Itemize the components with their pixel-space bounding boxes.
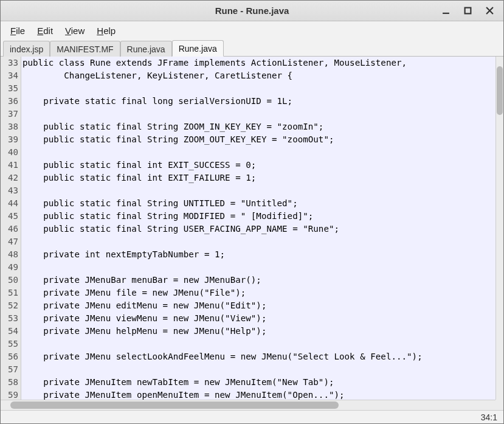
code-line[interactable]: private static final long serialVersionU…	[22, 95, 495, 108]
scroll-corner	[495, 400, 503, 410]
tab-manifest-mf[interactable]: MANIFEST.MF	[50, 41, 120, 57]
line-number: 37	[1, 108, 18, 120]
code-text[interactable]: public class Rune extends JFrame impleme…	[21, 57, 495, 400]
line-number: 51	[1, 287, 18, 299]
tab-index-jsp[interactable]: index.jsp	[3, 41, 50, 57]
code-line[interactable]: private JMenu selectLookAndFeelMenu = ne…	[22, 350, 495, 363]
line-number: 38	[1, 120, 18, 133]
tab-bar: index.jsp MANIFEST.MF Rune.java Rune.jav…	[1, 40, 503, 57]
menu-file[interactable]: File	[5, 23, 30, 38]
maximize-button[interactable]	[461, 4, 474, 18]
gutter: 3334353637383940414243444546474849505152…	[1, 57, 21, 400]
line-number: 53	[1, 312, 18, 325]
code-line[interactable]: public static final String ZOOM_IN_KEY_K…	[22, 120, 495, 133]
menu-help-rest: elp	[103, 26, 116, 36]
line-number: 39	[1, 133, 18, 146]
code-line[interactable]: ChangeListener, KeyListener, CaretListen…	[22, 69, 495, 82]
code-line[interactable]: private JMenuItem openMenuItem = new JMe…	[22, 389, 495, 400]
line-number: 49	[1, 261, 18, 274]
menu-help[interactable]: Help	[92, 23, 120, 38]
code-line[interactable]: public static final int EXIT_FAILURE = 1…	[22, 172, 495, 184]
line-number: 52	[1, 299, 18, 312]
line-number: 35	[1, 82, 18, 95]
code-line[interactable]: private JMenuItem newTabItem = new JMenu…	[22, 376, 495, 389]
code-line[interactable]	[22, 82, 495, 95]
svg-rect-1	[464, 8, 471, 14]
code-line[interactable]	[22, 363, 495, 376]
code-line[interactable]	[22, 184, 495, 197]
line-number: 55	[1, 338, 18, 350]
menu-edit-rest: dit	[43, 26, 53, 36]
line-number: 40	[1, 146, 18, 159]
code-line[interactable]	[22, 338, 495, 350]
code-line[interactable]: private int nextEmptyTabNumber = 1;	[22, 248, 495, 261]
horizontal-scroll-thumb[interactable]	[10, 401, 339, 409]
code-line[interactable]: public static final String UNTITLED = "U…	[22, 197, 495, 210]
tab-rune-java-1[interactable]: Rune.java	[120, 41, 172, 57]
line-number: 44	[1, 197, 18, 210]
editor[interactable]: 3334353637383940414243444546474849505152…	[1, 57, 495, 400]
code-line[interactable]: public static final String ZOOM_OUT_KEY_…	[22, 133, 495, 146]
vertical-scrollbar[interactable]	[495, 57, 503, 400]
line-number: 33	[1, 57, 18, 69]
code-line[interactable]	[22, 108, 495, 120]
titlebar: Rune - Rune.java	[1, 1, 503, 21]
line-number: 58	[1, 376, 18, 389]
menubar: File Edit View Help	[1, 21, 503, 40]
code-line[interactable]: public static final String MODIFIED = " …	[22, 210, 495, 223]
menu-edit[interactable]: Edit	[32, 23, 58, 38]
close-button[interactable]	[483, 4, 496, 18]
editor-area: 3334353637383940414243444546474849505152…	[1, 57, 503, 410]
app-window: Rune - Rune.java File Edit View Help ind…	[0, 0, 504, 424]
code-line[interactable]	[22, 261, 495, 274]
horizontal-scrollbar[interactable]	[1, 400, 495, 410]
maximize-icon	[464, 7, 472, 15]
code-line[interactable]: private JMenu helpMenu = new JMenu("Help…	[22, 325, 495, 338]
statusbar: 34:1	[1, 410, 503, 423]
line-number: 46	[1, 223, 18, 235]
line-number: 56	[1, 350, 18, 363]
code-line[interactable]	[22, 235, 495, 248]
line-number: 47	[1, 235, 18, 248]
menu-file-rest: ile	[16, 26, 25, 36]
close-icon	[486, 7, 494, 15]
minimize-button[interactable]	[439, 4, 452, 18]
menu-view-rest: iew	[71, 26, 85, 36]
code-line[interactable]: private JMenu editMenu = new JMenu("Edit…	[22, 299, 495, 312]
line-number: 57	[1, 363, 18, 376]
code-line[interactable]: private JMenu viewMenu = new JMenu("View…	[22, 312, 495, 325]
code-line[interactable]: private JMenu file = new JMenu("File");	[22, 287, 495, 299]
line-number: 42	[1, 172, 18, 184]
window-title: Rune - Rune.java	[215, 5, 289, 16]
code-line[interactable]: private JMenuBar menuBar = new JMenuBar(…	[22, 274, 495, 287]
cursor-position: 34:1	[481, 412, 497, 422]
line-number: 41	[1, 159, 18, 172]
line-number: 34	[1, 69, 18, 82]
line-number: 54	[1, 325, 18, 338]
code-line[interactable]: public static final String USER_FACING_A…	[22, 223, 495, 235]
line-number: 36	[1, 95, 18, 108]
tab-rune-java-2[interactable]: Rune.java	[172, 40, 224, 57]
line-number: 50	[1, 274, 18, 287]
code-line[interactable]	[22, 146, 495, 159]
window-controls	[439, 1, 500, 21]
menu-view[interactable]: View	[60, 23, 89, 38]
line-number: 43	[1, 184, 18, 197]
vertical-scroll-thumb[interactable]	[497, 66, 503, 115]
code-line[interactable]: public static final int EXIT_SUCCESS = 0…	[22, 159, 495, 172]
minimize-icon	[442, 7, 450, 15]
code-line[interactable]: public class Rune extends JFrame impleme…	[22, 57, 495, 69]
line-number: 48	[1, 248, 18, 261]
line-number: 45	[1, 210, 18, 223]
